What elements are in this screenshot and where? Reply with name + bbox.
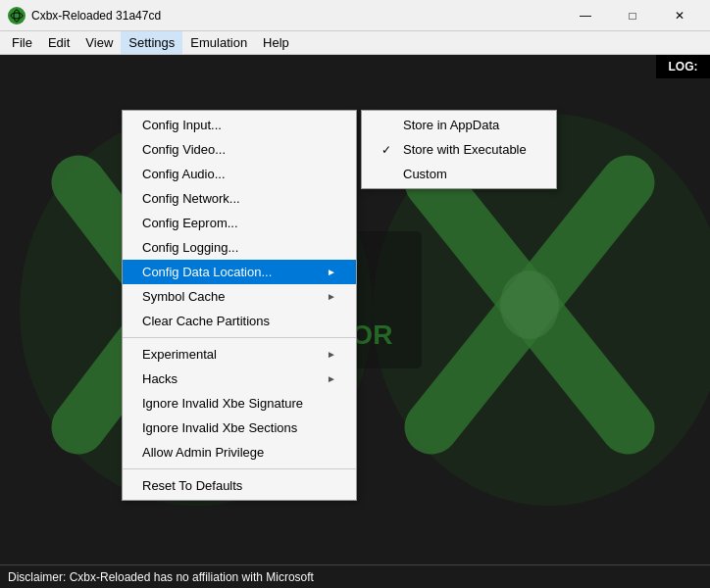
menu-experimental[interactable]: Experimental ► (123, 342, 356, 367)
log-label: LOG: (669, 60, 698, 74)
svg-point-11 (500, 270, 559, 339)
separator-1 (123, 337, 356, 338)
menu-hacks[interactable]: Hacks ► (123, 367, 356, 391)
submenu-arrow-experimental: ► (327, 349, 336, 360)
menu-config-audio[interactable]: Config Audio... (123, 162, 356, 186)
menu-config-input[interactable]: Config Input... (123, 113, 356, 137)
title-bar: Cxbx-Reloaded 31a47cd — □ ✕ (0, 0, 710, 31)
status-text: Disclaimer: Cxbx-Reloaded has no affilia… (8, 570, 314, 584)
menu-config-video[interactable]: Config Video... (123, 137, 356, 162)
submenu-store-exec[interactable]: ✓ Store with Executable (362, 137, 556, 162)
separator-2 (123, 468, 356, 469)
submenu-store-appdata[interactable]: Store in AppData (362, 113, 556, 137)
menu-file[interactable]: File (4, 31, 40, 54)
menu-symbol-cache[interactable]: Symbol Cache ► (123, 284, 356, 309)
submenu-arrow-hacks: ► (327, 373, 336, 384)
submenu-arrow-config-data: ► (327, 267, 336, 277)
menu-config-logging[interactable]: Config Logging... (123, 235, 356, 260)
menu-ignore-xbe-sig[interactable]: Ignore Invalid Xbe Signature (123, 391, 356, 416)
menu-config-network[interactable]: Config Network... (123, 186, 356, 211)
menu-bar: File Edit View Settings Emulation Help (0, 31, 710, 55)
minimize-button[interactable]: — (563, 0, 608, 31)
window-title: Cxbx-Reloaded 31a47cd (31, 9, 563, 23)
menu-ignore-xbe-sec[interactable]: Ignore Invalid Xbe Sections (123, 416, 356, 440)
check-exec: ✓ (381, 143, 397, 157)
main-content: ATOR LOG: Config Input... Config Video..… (0, 55, 710, 564)
app-icon (8, 7, 25, 24)
config-data-submenu: Store in AppData ✓ Store with Executable… (361, 110, 557, 189)
svg-point-0 (11, 10, 23, 22)
check-custom (381, 168, 397, 181)
menu-clear-cache[interactable]: Clear Cache Partitions (123, 309, 356, 333)
menu-settings[interactable]: Settings (121, 31, 182, 54)
status-bar: Disclaimer: Cxbx-Reloaded has no affilia… (0, 564, 710, 588)
submenu-custom[interactable]: Custom (362, 162, 556, 186)
menu-edit[interactable]: Edit (40, 31, 77, 54)
log-area[interactable]: LOG: (656, 55, 710, 78)
menu-config-eeprom[interactable]: Config Eeprom... (123, 211, 356, 235)
check-appdata (381, 119, 397, 132)
maximize-button[interactable]: □ (610, 0, 655, 31)
menu-emulation[interactable]: Emulation (182, 31, 255, 54)
window-controls: — □ ✕ (563, 0, 702, 31)
menu-config-data-location[interactable]: Config Data Location... ► (123, 260, 356, 284)
settings-dropdown: Config Input... Config Video... Config A… (122, 110, 357, 501)
submenu-arrow-symbol-cache: ► (327, 291, 336, 302)
menu-allow-admin[interactable]: Allow Admin Privilege (123, 440, 356, 465)
menu-view[interactable]: View (77, 31, 121, 54)
menu-reset-defaults[interactable]: Reset To Defaults (123, 473, 356, 498)
close-button[interactable]: ✕ (657, 0, 702, 31)
menu-help[interactable]: Help (255, 31, 297, 54)
